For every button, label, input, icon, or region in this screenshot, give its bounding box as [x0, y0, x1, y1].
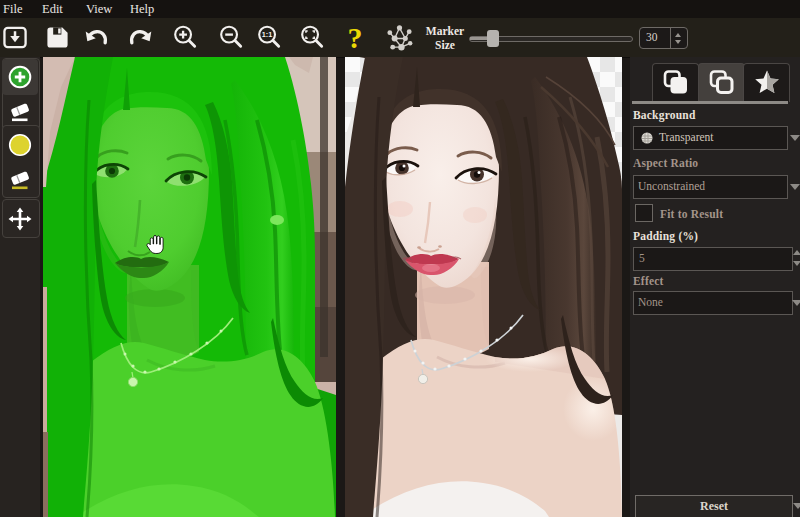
- svg-text:1:1: 1:1: [261, 30, 271, 39]
